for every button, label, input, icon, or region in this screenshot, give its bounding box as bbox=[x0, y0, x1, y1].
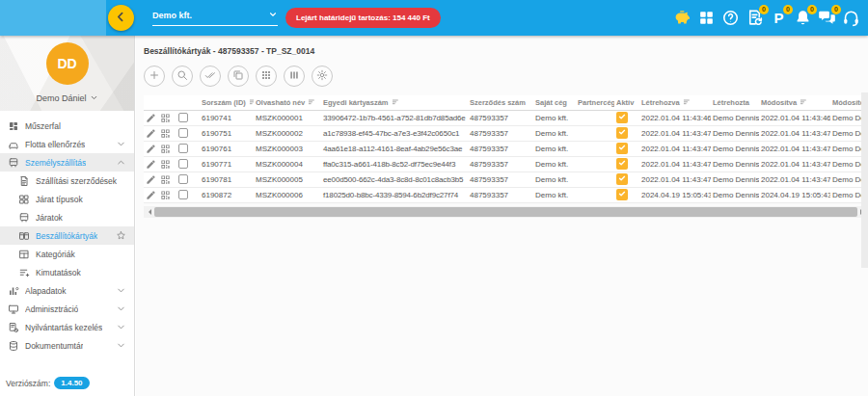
cell-partner_company bbox=[576, 156, 614, 172]
cell-id: 6190761 bbox=[200, 141, 254, 156]
cell-readable_name: MSZK000002 bbox=[254, 125, 321, 141]
overdue-debt-alert[interactable]: Lejárt határidejű tartozás: 154 440 Ft bbox=[285, 8, 441, 28]
active-checkbox-checked[interactable] bbox=[616, 189, 628, 200]
sort-icon[interactable] bbox=[683, 98, 691, 106]
active-checkbox-checked[interactable] bbox=[616, 158, 628, 170]
topbar-icon-list: 0P000 bbox=[673, 0, 860, 36]
column-header-own_company[interactable]: Saját cég bbox=[533, 95, 576, 110]
active-checkbox-checked[interactable] bbox=[616, 143, 628, 154]
active-checkbox-checked[interactable] bbox=[616, 112, 628, 123]
sidebar-item-kategoriak[interactable]: Kategóriák bbox=[0, 245, 134, 263]
back-button[interactable] bbox=[108, 5, 134, 31]
sort-icon[interactable] bbox=[249, 98, 254, 106]
row-checkbox[interactable] bbox=[178, 113, 188, 122]
vertical-scrollbar[interactable] bbox=[861, 92, 868, 268]
notifications-bell-icon[interactable]: 0 bbox=[794, 9, 812, 27]
support-headset-icon[interactable] bbox=[842, 9, 860, 27]
qr-code-icon bbox=[160, 190, 171, 200]
sort-icon[interactable] bbox=[800, 98, 807, 106]
column-header-modified_at[interactable]: Módosítva bbox=[759, 95, 830, 110]
document-sync-icon[interactable]: 0 bbox=[746, 9, 764, 27]
active-checkbox-checked[interactable] bbox=[616, 173, 628, 185]
sidebar-item-szemelyszallitas[interactable]: Személyszállítás bbox=[0, 153, 134, 172]
cell-own_company: Demo kft. bbox=[533, 125, 576, 141]
cell-readable_name: MSZK000003 bbox=[254, 141, 321, 156]
qr-code-button[interactable] bbox=[160, 144, 171, 154]
add-button[interactable] bbox=[144, 66, 165, 87]
edit-row-button[interactable] bbox=[146, 159, 156, 170]
scroll-left-arrow[interactable] bbox=[146, 209, 151, 215]
search-button[interactable] bbox=[172, 66, 193, 87]
edit-row-button[interactable] bbox=[146, 174, 156, 185]
column-header-active[interactable]: Aktív bbox=[614, 95, 639, 110]
cell-actions bbox=[144, 110, 176, 125]
active-checkbox-checked[interactable] bbox=[616, 127, 628, 139]
row-checkbox[interactable] bbox=[178, 190, 188, 199]
user-menu[interactable]: Demo Dániel bbox=[36, 93, 97, 104]
parking-icon[interactable]: P0 bbox=[770, 9, 788, 27]
columns-button[interactable] bbox=[284, 66, 305, 87]
sidebar-item-beszallitokartyak[interactable]: Beszállítókártyák bbox=[0, 226, 134, 245]
column-header-readable_name[interactable]: Olvasható név bbox=[254, 95, 321, 110]
row-checkbox[interactable] bbox=[178, 144, 188, 153]
favorite-star-icon[interactable] bbox=[116, 230, 126, 241]
edit-row-button[interactable] bbox=[146, 144, 156, 154]
qr-code-button[interactable] bbox=[160, 159, 171, 170]
cell-select bbox=[176, 156, 200, 172]
edit-row-button[interactable] bbox=[146, 128, 156, 139]
qr-code-button[interactable] bbox=[160, 113, 171, 123]
svg-text:P: P bbox=[773, 10, 783, 26]
column-header-card_number[interactable]: Egyedi kártyaszám bbox=[321, 95, 468, 110]
pencil-icon bbox=[146, 144, 156, 154]
column-header-select bbox=[176, 95, 200, 110]
pencil-icon bbox=[146, 113, 156, 123]
cell-partner_company bbox=[576, 187, 614, 202]
sidebar-item-kimutatasok[interactable]: Kimutatások bbox=[0, 263, 134, 281]
grid-view-button[interactable] bbox=[256, 66, 277, 87]
chevron-down-icon bbox=[116, 304, 126, 314]
sidebar-item-jarat-tipusok[interactable]: Járat típusok bbox=[0, 190, 134, 208]
sidebar-item-adminisztracio[interactable]: Adminisztráció bbox=[0, 300, 134, 318]
cell-readable_name: MSZK000005 bbox=[254, 172, 321, 187]
sort-icon[interactable] bbox=[308, 98, 315, 106]
column-header-id[interactable]: Sorszám (ID) bbox=[200, 95, 254, 110]
sidebar-item-muszerfal[interactable]: Műszerfal bbox=[0, 117, 134, 135]
messages-icon[interactable]: 0 bbox=[818, 9, 836, 27]
chevron-down-icon bbox=[116, 139, 126, 149]
column-header-contract_number[interactable]: Szerződés szám bbox=[468, 95, 533, 110]
horizontal-scrollbar[interactable] bbox=[144, 206, 868, 218]
qr-code-button[interactable] bbox=[160, 190, 171, 200]
multi-select-button[interactable] bbox=[200, 66, 221, 87]
help-icon[interactable] bbox=[721, 9, 740, 27]
column-header-created_at[interactable]: Létrehozva bbox=[639, 95, 711, 110]
qr-code-button[interactable] bbox=[160, 174, 171, 185]
duplicate-button[interactable] bbox=[228, 66, 249, 87]
row-checkbox[interactable] bbox=[178, 159, 188, 169]
cell-created_at: 2022.01.04 11:43:47 bbox=[639, 125, 711, 141]
row-checkbox[interactable] bbox=[178, 128, 188, 138]
sort-icon[interactable] bbox=[392, 98, 399, 106]
column-header-created_by[interactable]: Létrehozta bbox=[711, 95, 759, 110]
company-selector[interactable]: Demo kft. bbox=[152, 10, 278, 26]
chevron-left-icon bbox=[115, 11, 127, 26]
cell-actions bbox=[144, 156, 176, 172]
sidebar-item-dokumentumtar[interactable]: Dokumentumtár bbox=[0, 336, 134, 355]
registry-icon bbox=[8, 322, 19, 333]
column-header-partner_company[interactable]: Partnercég bbox=[576, 95, 614, 110]
scrollbar-thumb[interactable] bbox=[154, 207, 857, 217]
edit-row-button[interactable] bbox=[146, 190, 156, 200]
cell-contract_number: 487593357 bbox=[468, 172, 533, 187]
row-checkbox[interactable] bbox=[178, 174, 188, 184]
settings-button[interactable] bbox=[312, 66, 333, 87]
qr-code-button[interactable] bbox=[160, 128, 171, 139]
edit-row-button[interactable] bbox=[146, 113, 156, 123]
sidebar-item-jaratok[interactable]: Járatok bbox=[0, 208, 134, 226]
apps-grid-icon[interactable] bbox=[697, 9, 716, 27]
piggy-bank-icon[interactable] bbox=[673, 9, 692, 27]
cell-created_by: Demo Dennis bbox=[711, 125, 759, 141]
sidebar-item-flotta-ellenorzes[interactable]: Flotta ellenőrzés bbox=[0, 135, 134, 153]
version-label: Verziószám: bbox=[6, 379, 50, 388]
sidebar-item-szallitasi-szerzodesek[interactable]: Szállítási szerződések bbox=[0, 172, 134, 190]
sidebar-item-nyilvantartas-kezeles[interactable]: Nyilvántartás kezelés bbox=[0, 318, 134, 336]
sidebar-item-alapadatok[interactable]: Alapadatok bbox=[0, 281, 134, 300]
